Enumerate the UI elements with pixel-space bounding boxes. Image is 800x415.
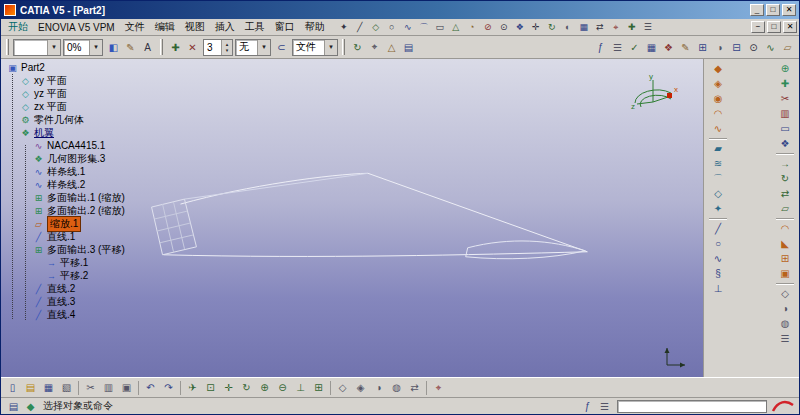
text-style-icon[interactable]: A bbox=[139, 40, 156, 55]
symmetry-icon[interactable]: ⇄ bbox=[774, 186, 796, 201]
3d-viewport[interactable]: ▣Part2◇xy 平面◇yz 平面◇zx 平面⚙零件几何体❖机翼∿NACA44… bbox=[1, 59, 703, 377]
menu-insert[interactable]: 插入 bbox=[210, 19, 240, 35]
menu-help[interactable]: 帮助 bbox=[300, 19, 330, 35]
tree-item[interactable]: ◇yz 平面 bbox=[3, 87, 218, 100]
menu-view[interactable]: 视图 bbox=[180, 19, 210, 35]
layers-icon[interactable]: ☰ bbox=[774, 331, 796, 346]
tree-item[interactable]: ╱直线.1 bbox=[3, 230, 218, 243]
shading-style-icon[interactable]: ◑ bbox=[370, 380, 387, 395]
shaded-disc-icon[interactable]: ◔ bbox=[464, 21, 480, 34]
chevron-down-icon[interactable]: ▾ bbox=[257, 40, 270, 55]
mdi-minimize-button[interactable]: − bbox=[751, 21, 765, 33]
triangle-icon[interactable]: △ bbox=[448, 21, 464, 34]
circle-icon[interactable]: ○ bbox=[384, 21, 400, 34]
chevron-down-icon[interactable]: ▾ bbox=[324, 40, 337, 55]
menu-file[interactable]: 文件 bbox=[120, 19, 150, 35]
thick-surface-icon[interactable]: ⊞ bbox=[774, 251, 796, 266]
update-icon[interactable]: ↻ bbox=[349, 40, 366, 55]
shade-half-icon[interactable]: ◐ bbox=[560, 21, 576, 34]
swap-space-icon[interactable]: ⇄ bbox=[406, 380, 423, 395]
knowledge-formula-icon[interactable]: ƒ bbox=[579, 399, 596, 414]
print-icon[interactable]: ▧ bbox=[58, 380, 75, 395]
fit-all-icon[interactable]: ⊡ bbox=[202, 380, 219, 395]
split-icon[interactable]: ✂ bbox=[774, 91, 796, 106]
tree-item[interactable]: ╱直线.2 bbox=[3, 282, 218, 295]
tree-item[interactable]: ▣Part2 bbox=[3, 61, 218, 74]
pad-icon[interactable]: ⊞ bbox=[694, 40, 711, 55]
chamfer-icon[interactable]: ◣ bbox=[774, 236, 796, 251]
tree-item[interactable]: ◇zx 平面 bbox=[3, 100, 218, 113]
close-surface-icon[interactable]: ▣ bbox=[774, 266, 796, 281]
grid-icon[interactable]: ▦ bbox=[576, 21, 592, 34]
iso-view-icon[interactable]: ◇ bbox=[334, 380, 351, 395]
hide-show-icon[interactable]: ◍ bbox=[774, 316, 796, 331]
join-icon[interactable]: ⊕ bbox=[774, 61, 796, 76]
hide-show-toggle-icon[interactable]: ◍ bbox=[388, 380, 405, 395]
revolve-icon[interactable]: ◈ bbox=[707, 76, 729, 91]
extract-icon[interactable]: ❖ bbox=[774, 136, 796, 151]
expand-status-icon[interactable]: ☰ bbox=[596, 399, 613, 414]
link-icon[interactable]: ⊂ bbox=[273, 40, 290, 55]
wireframe-style-icon[interactable]: ◈ bbox=[352, 380, 369, 395]
tree-item[interactable]: ⊞多面输出.3 (平移) bbox=[3, 243, 218, 256]
diamond-icon[interactable]: ❖ bbox=[512, 21, 528, 34]
hole-icon[interactable]: ⊙ bbox=[745, 40, 762, 55]
menu-window[interactable]: 窗口 bbox=[270, 19, 300, 35]
arc-icon[interactable]: ⌒ bbox=[416, 21, 432, 34]
tree-item[interactable]: →平移.1 bbox=[3, 256, 218, 269]
tree-item[interactable]: ▱缩放.1 bbox=[3, 217, 218, 230]
target-icon[interactable]: ⊙ bbox=[496, 21, 512, 34]
line-type-combo[interactable]: 无 ▾ bbox=[235, 39, 271, 56]
toolbar-grip[interactable] bbox=[6, 39, 9, 55]
circle-tool-icon[interactable]: ○ bbox=[707, 236, 729, 251]
fly-mode-icon[interactable]: ✈ bbox=[184, 380, 201, 395]
minimize-button[interactable]: _ bbox=[750, 4, 764, 16]
tree-item[interactable]: ╱直线.4 bbox=[3, 308, 218, 321]
helix-icon[interactable]: § bbox=[707, 266, 729, 281]
sphere-icon[interactable]: ◉ bbox=[707, 91, 729, 106]
line-tool-icon[interactable]: ╱ bbox=[707, 221, 729, 236]
rotate-view-icon[interactable]: ↻ bbox=[238, 380, 255, 395]
center-icon[interactable]: ⌖ bbox=[608, 21, 624, 34]
pan-view-icon[interactable]: ✛ bbox=[220, 380, 237, 395]
catalog-icon[interactable]: ▤ bbox=[400, 40, 417, 55]
opacity-combo[interactable]: 0% ▾ bbox=[63, 39, 103, 56]
macro-icon[interactable]: ❖ bbox=[660, 40, 677, 55]
no-show-icon[interactable]: ⊘ bbox=[480, 21, 496, 34]
wireframe-mode-icon[interactable]: ◇ bbox=[774, 286, 796, 301]
spline-icon[interactable]: ∿ bbox=[400, 21, 416, 34]
tree-item[interactable]: ❖几何图形集.3 bbox=[3, 152, 218, 165]
toolbar-grip[interactable] bbox=[160, 39, 163, 55]
plane-icon[interactable]: ◇ bbox=[368, 21, 384, 34]
workbench-status-icon[interactable]: ◆ bbox=[22, 399, 39, 414]
mdi-close-button[interactable]: ✕ bbox=[783, 21, 797, 33]
axis-icon[interactable]: ⌖ bbox=[430, 380, 447, 395]
zoom-out-icon[interactable]: ⊖ bbox=[274, 380, 291, 395]
open-icon[interactable]: ▤ bbox=[22, 380, 39, 395]
tree-item[interactable]: ∿样条线.2 bbox=[3, 178, 218, 191]
trim-icon[interactable]: ▥ bbox=[774, 106, 796, 121]
line-icon[interactable]: ╱ bbox=[352, 21, 368, 34]
line-weight-spinner[interactable]: 3 ▴▾ bbox=[203, 39, 233, 56]
offset-surface-icon[interactable]: ◠ bbox=[707, 106, 729, 121]
loft-icon[interactable]: ≋ bbox=[707, 156, 729, 171]
shading-mode-icon[interactable]: ◑ bbox=[774, 301, 796, 316]
blend-icon[interactable]: ⌒ bbox=[707, 171, 729, 186]
sketch-icon[interactable]: ✎ bbox=[677, 40, 694, 55]
mdi-restore-button[interactable]: □ bbox=[767, 21, 781, 33]
rule-icon[interactable]: ☰ bbox=[609, 40, 626, 55]
check-icon[interactable]: ✓ bbox=[626, 40, 643, 55]
save-icon[interactable]: ▦ bbox=[40, 380, 57, 395]
sweep-icon[interactable]: ∿ bbox=[707, 121, 729, 136]
swap-icon[interactable]: ⇄ bbox=[592, 21, 608, 34]
pocket-icon[interactable]: ⊟ bbox=[728, 40, 745, 55]
layer-combo[interactable]: 文件 ▾ bbox=[292, 39, 338, 56]
menu-start[interactable]: 开始 bbox=[3, 19, 33, 35]
chevron-down-icon[interactable]: ▾ bbox=[89, 40, 102, 55]
normal-view-icon[interactable]: ⊥ bbox=[292, 380, 309, 395]
multi-view-icon[interactable]: ⊞ bbox=[310, 380, 327, 395]
maximize-button[interactable]: □ bbox=[766, 4, 780, 16]
new-document-icon[interactable]: ▯ bbox=[4, 380, 21, 395]
add-icon[interactable]: ✚ bbox=[624, 21, 640, 34]
design-table-icon[interactable]: ▦ bbox=[643, 40, 660, 55]
